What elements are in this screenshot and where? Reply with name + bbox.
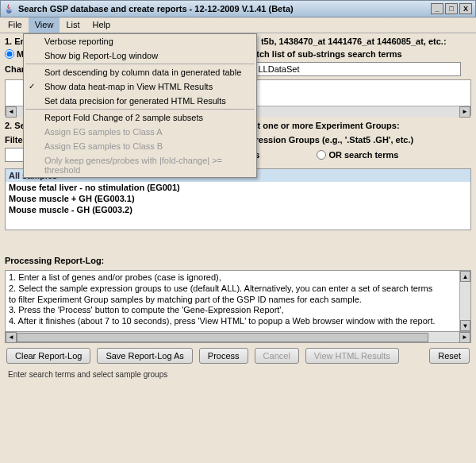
- radio-or-input[interactable]: [317, 150, 326, 160]
- button-row: Clear Report-Log Save Report-Log As Proc…: [5, 343, 471, 368]
- radio-or[interactable]: OR search terms: [317, 150, 398, 160]
- menu-list[interactable]: List: [60, 17, 86, 33]
- radio-match-exact[interactable]: M: [5, 49, 24, 59]
- processing-label: Processing Report-Log:: [5, 256, 471, 265]
- dd-keep-fold-threshold: Only keep genes/probes with |fold-change…: [24, 153, 256, 177]
- log-hscroll[interactable]: ◄ ►: [5, 332, 471, 343]
- dd-heat-map[interactable]: ✓Show data heat-map in View HTML Results: [24, 79, 256, 94]
- scroll-right-icon[interactable]: ►: [459, 106, 470, 118]
- scroll-right-icon[interactable]: ►: [459, 332, 470, 343]
- window-title: Search GSP database and create reports -…: [18, 4, 431, 14]
- view-dropdown: Verbose reporting Show big Report-Log wi…: [23, 33, 257, 178]
- radio-match-exact-input[interactable]: [5, 49, 14, 59]
- dd-assign-class-a: Assign EG samples to Class A: [24, 125, 256, 139]
- menu-help[interactable]: Help: [86, 17, 117, 33]
- report-log-text: 1. Enter a list of genes and/or probes (…: [6, 271, 459, 331]
- statusbar: Enter search terms and select sample gro…: [5, 368, 471, 380]
- check-icon: ✓: [29, 82, 35, 91]
- dd-separator: [25, 109, 255, 110]
- menu-view[interactable]: View: [29, 17, 60, 33]
- dd-sort-descending[interactable]: Sort descending by column data in genera…: [24, 65, 256, 79]
- java-icon: [4, 3, 15, 14]
- dd-heat-map-label: Show data heat-map in View HTML Results: [44, 82, 213, 91]
- save-log-button[interactable]: Save Report-Log As: [97, 348, 192, 364]
- view-html-button: View HTML Results: [305, 348, 399, 364]
- cancel-button: Cancel: [255, 348, 299, 364]
- close-button[interactable]: X: [459, 3, 472, 14]
- dataset-input[interactable]: [255, 62, 461, 76]
- maximize-button[interactable]: □: [445, 3, 458, 14]
- process-button[interactable]: Process: [199, 348, 248, 364]
- minimize-button[interactable]: _: [431, 3, 443, 14]
- menu-file[interactable]: File: [2, 17, 29, 33]
- scroll-down-icon[interactable]: ▼: [460, 320, 470, 331]
- vscroll[interactable]: ▲ ▼: [459, 271, 470, 331]
- dd-big-report-log[interactable]: Show big Report-Log window: [24, 48, 256, 63]
- reset-button[interactable]: Reset: [429, 348, 470, 364]
- dd-separator: [25, 64, 255, 64]
- menubar: File View List Help Verbose reporting Sh…: [0, 17, 476, 33]
- sample-item[interactable]: Mouse muscle - GH (EG003.2): [6, 204, 470, 215]
- scroll-left-icon[interactable]: ◄: [6, 106, 17, 118]
- report-log-area[interactable]: 1. Enter a list of genes and/or probes (…: [5, 270, 471, 332]
- sample-item[interactable]: Mouse fetal liver - no stimulation (EG00…: [6, 182, 470, 193]
- window-buttons: _ □ X: [431, 3, 472, 14]
- dd-data-precision[interactable]: Set data precision for generated HTML Re…: [24, 94, 256, 108]
- titlebar: Search GSP database and create reports -…: [0, 0, 476, 17]
- dd-fold-change[interactable]: Report Fold Change of 2 sample subsets: [24, 110, 256, 125]
- clear-log-button[interactable]: Clear Report-Log: [6, 348, 90, 364]
- dd-verbose-reporting[interactable]: Verbose reporting: [24, 34, 256, 48]
- dd-assign-class-b: Assign EG samples to Class B: [24, 139, 256, 153]
- scroll-up-icon[interactable]: ▲: [460, 271, 470, 282]
- radio-match-substring[interactable]: atch list of sub-strings search terms: [240, 49, 402, 59]
- sample-item[interactable]: Mouse muscle + GH (EG003.1): [6, 193, 470, 204]
- scroll-left-icon[interactable]: ◄: [6, 332, 17, 343]
